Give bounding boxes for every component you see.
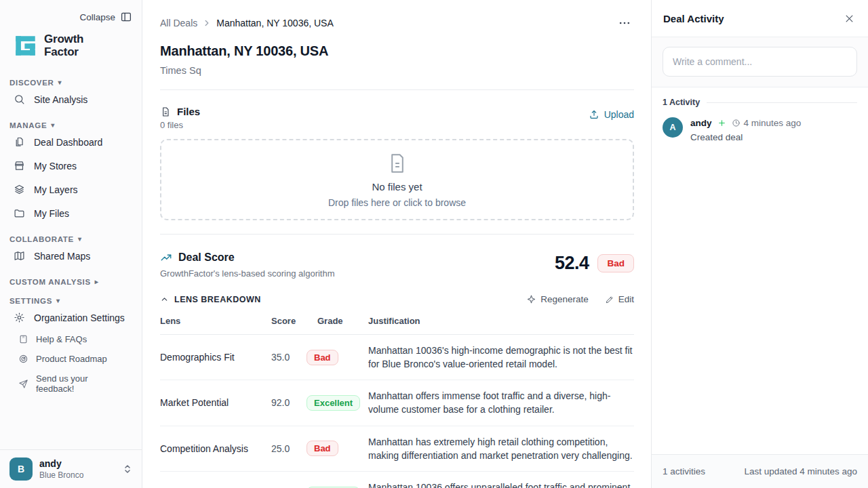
sidebar-item-help-faqs[interactable]: Help & FAQs <box>9 330 132 348</box>
plus-icon <box>717 119 726 127</box>
activity-user: andy <box>690 118 712 128</box>
files-count: 0 files <box>160 120 200 130</box>
deal-score-value: 52.4 <box>555 253 589 274</box>
map-icon <box>14 250 25 262</box>
deal-score-subtitle: GrowthFactor's lens-based scoring algori… <box>160 268 335 279</box>
sidebar-item-shared-maps[interactable]: Shared Maps <box>9 245 132 267</box>
lens-breakdown-table: Lens Score Grade Justification Demograph… <box>160 316 634 488</box>
chevron-right-icon: ▸ <box>95 279 99 285</box>
collapse-label: Collapse <box>79 12 115 22</box>
file-icon <box>160 106 171 117</box>
sidebar-item-deal-dashboard[interactable]: Deal Dashboard <box>9 131 132 153</box>
regenerate-button[interactable]: Regenerate <box>526 294 589 304</box>
activity-count-label: 1 Activity <box>663 98 700 107</box>
more-options-button[interactable] <box>615 14 634 33</box>
grade-badge: Excellent <box>307 395 360 411</box>
dropzone-hint: Drop files here or click to browse <box>328 197 466 208</box>
gear-icon <box>14 312 25 323</box>
brand-name: Growth Factor <box>44 33 83 58</box>
table-row: Market Potential 92.0 Excellent Manhatta… <box>160 380 634 426</box>
divider <box>160 234 634 235</box>
lens-score: 92.0 <box>271 397 307 408</box>
lens-justification: Manhattan has extremely high retail clot… <box>368 435 634 462</box>
sidebar-item-organization-settings[interactable]: Organization Settings <box>9 306 132 329</box>
breadcrumb-all-deals[interactable]: All Deals <box>160 18 197 28</box>
lens-score: 25.0 <box>271 443 307 454</box>
panel-collapse-icon <box>120 11 132 23</box>
activity-time: 4 minutes ago <box>744 118 802 128</box>
search-icon <box>14 94 25 105</box>
paper-plane-icon <box>18 379 28 389</box>
lens-breakdown-toggle[interactable]: LENS BREAKDOWN <box>160 295 261 304</box>
sidebar-section-custom-analysis[interactable]: CUSTOM ANALYSIS ▸ <box>9 278 132 286</box>
close-panel-button[interactable] <box>842 12 856 26</box>
col-header-lens: Lens <box>160 316 271 326</box>
upload-button[interactable]: Upload <box>589 109 634 120</box>
lens-score: 35.0 <box>271 352 307 363</box>
files-section-header: Files 0 files Upload <box>160 106 634 130</box>
upload-icon <box>589 109 599 120</box>
deal-score-grade-badge: Bad <box>597 254 634 272</box>
user-name: andy <box>39 458 116 470</box>
deal-detail-main: All Deals Manhattan, NY 10036, USA Manha… <box>142 0 651 488</box>
sidebar-item-my-layers[interactable]: My Layers <box>9 178 132 201</box>
collapse-sidebar-button[interactable]: Collapse <box>9 11 132 23</box>
sidebar-section-discover[interactable]: DISCOVER ▾ <box>9 79 132 87</box>
target-icon <box>18 354 28 364</box>
file-dropzone[interactable]: No files yet Drop files here or click to… <box>160 139 634 220</box>
col-header-justification: Justification <box>368 316 634 326</box>
table-row: Visibility 95.0 Excellent Manhattan 1003… <box>160 472 634 488</box>
breadcrumb-current: Manhattan, NY 10036, USA <box>216 18 334 28</box>
sidebar-item-my-files[interactable]: My Files <box>9 202 132 224</box>
pencil-icon <box>605 295 614 304</box>
growthfactor-logo: Growth Factor <box>9 33 132 58</box>
sidebar: Collapse Growth Factor DISCOVER ▾ Site A… <box>0 0 142 488</box>
chevron-up-down-icon <box>123 464 132 474</box>
store-icon <box>14 160 25 171</box>
breadcrumb: All Deals Manhattan, NY 10036, USA <box>160 14 634 33</box>
chevron-down-icon: ▾ <box>56 298 60 304</box>
activity-action: Created deal <box>690 132 801 142</box>
table-row: Demographics Fit 35.0 Bad Manhattan 1003… <box>160 335 634 380</box>
user-menu[interactable]: B andy Blue Bronco <box>0 449 142 488</box>
sidebar-item-my-stores[interactable]: My Stores <box>9 155 132 177</box>
table-row: Competition Analysis 25.0 Bad Manhattan … <box>160 426 634 472</box>
table-header-row: Lens Score Grade Justification <box>160 316 634 335</box>
user-avatar: B <box>9 458 33 481</box>
deal-activity-panel: Deal Activity 1 Activity A andy 4 minute… <box>651 0 868 488</box>
chevron-down-icon: ▾ <box>58 79 62 86</box>
lens-justification: Manhattan 10036's high-income demographi… <box>368 344 634 371</box>
sidebar-section-settings[interactable]: SETTINGS ▾ <box>9 297 132 305</box>
panel-footer: 1 activities Last updated 4 minutes ago <box>652 454 868 488</box>
edit-button[interactable]: Edit <box>605 294 634 304</box>
sidebar-item-feedback[interactable]: Send us your feedback! <box>9 369 132 398</box>
grade-badge: Bad <box>307 441 338 456</box>
documents-icon <box>14 136 25 148</box>
folder-icon <box>14 207 25 219</box>
divider <box>707 102 857 103</box>
sidebar-item-product-roadmap[interactable]: Product Roadmap <box>9 350 132 368</box>
sidebar-section-collaborate[interactable]: COLLABORATE ▾ <box>9 235 132 243</box>
activities-count: 1 activities <box>663 466 705 476</box>
chevron-down-icon: ▾ <box>51 122 55 129</box>
lens-name: Demographics Fit <box>160 352 271 363</box>
chevron-down-icon: ▾ <box>78 236 82 243</box>
breadcrumb-chevron-icon <box>202 18 212 28</box>
activity-avatar: A <box>663 117 683 138</box>
grade-badge: Bad <box>307 350 338 365</box>
lens-justification: Manhattan offers immense foot traffic an… <box>368 389 634 416</box>
col-header-score: Score <box>271 316 307 326</box>
dropzone-title: No files yet <box>372 181 422 192</box>
sidebar-item-site-analysis[interactable]: Site Analysis <box>9 88 132 110</box>
deal-score-header: Deal Score GrowthFactor's lens-based sco… <box>160 251 634 279</box>
user-org: Blue Bronco <box>39 470 116 480</box>
panel-title: Deal Activity <box>663 13 724 24</box>
last-updated: Last updated 4 minutes ago <box>744 466 857 476</box>
growthfactor-logo-mark-icon <box>14 34 37 58</box>
comment-input[interactable] <box>663 47 857 77</box>
sparkle-icon <box>526 294 536 304</box>
lens-name: Competition Analysis <box>160 443 271 454</box>
chevron-up-icon <box>160 295 169 304</box>
sidebar-section-manage[interactable]: MANAGE ▾ <box>9 121 132 129</box>
clock-icon <box>732 119 741 127</box>
